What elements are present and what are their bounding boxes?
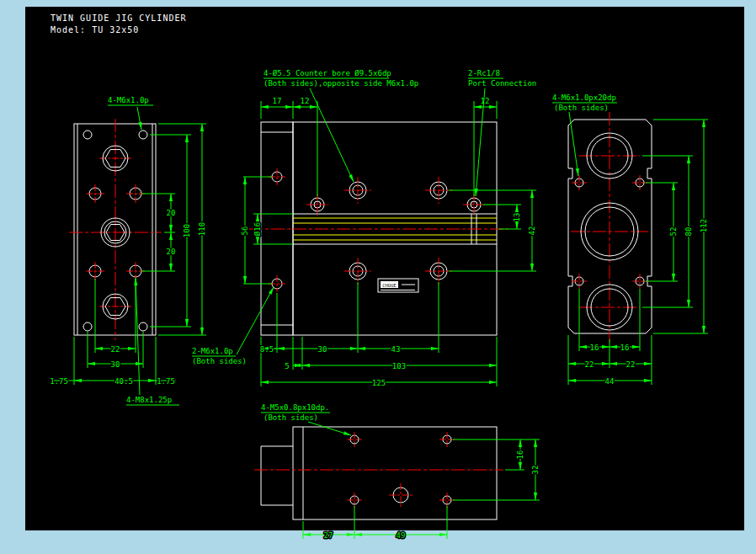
dim-13: 13 xyxy=(513,213,521,222)
label-cbore-1: 4-Ø5.5 Counter bore Ø9.5x6dp xyxy=(264,69,391,77)
dim-27: 27 xyxy=(324,531,333,540)
dim-30: 30 xyxy=(111,360,120,369)
dim-12a: 12 xyxy=(301,97,310,105)
label-m6x20-1: 4-M6x1.0px20dp xyxy=(552,93,616,102)
label-m5-1: 4-M5x0.8px10dp. xyxy=(261,403,329,412)
dim-42: 42 xyxy=(528,226,536,236)
cad-drawing: TWIN GUIDE JIG CYLINDER Model: TU 32x50 xyxy=(0,0,756,554)
dim-5: 5 xyxy=(285,362,289,370)
label-m6x20-2: (Both sides) xyxy=(554,104,609,112)
dim-12b: 12 xyxy=(481,97,490,105)
dim-22: 22 xyxy=(111,345,120,354)
dim-112: 112 xyxy=(700,219,708,232)
label-m5-2: (Both sides) xyxy=(264,413,318,422)
dim-16b: 16 xyxy=(620,344,630,352)
dim-80: 80 xyxy=(684,227,693,237)
dim-44: 44 xyxy=(605,377,615,386)
dim-175-right: 1.75 xyxy=(157,377,175,386)
dim-o16: Ø16 xyxy=(253,222,262,236)
dim-103: 103 xyxy=(392,362,406,370)
label-m6-strip-1: 2-M6x1.0p xyxy=(192,347,233,355)
dim-56: 56 xyxy=(241,226,249,236)
dim-22b: 22 xyxy=(626,360,636,369)
label-port-2: Port Connection xyxy=(468,79,536,88)
dim-17: 17 xyxy=(273,97,282,105)
dim-20a: 20 xyxy=(167,209,176,217)
dim-110: 110 xyxy=(198,222,206,236)
cad-window: TWIN GUIDE JIG CYLINDER Model: TU 32x50 xyxy=(0,0,756,554)
dim-175-left: 1.75 xyxy=(50,377,68,386)
dim-30b: 30 xyxy=(318,345,327,354)
dim-43: 43 xyxy=(391,345,401,354)
drawing-model: Model: TU 32x50 xyxy=(51,25,139,35)
dim-32: 32 xyxy=(531,466,540,475)
dim-49: 49 xyxy=(397,531,406,540)
dim-16a: 16 xyxy=(590,344,599,352)
dim-52: 52 xyxy=(669,227,678,237)
label-m6: 4-M6x1.0p xyxy=(108,96,149,104)
label-m8: 4-M8x1.25p xyxy=(126,396,172,404)
dim-16v: 16 xyxy=(516,450,524,460)
nameplate-text: CHOUE xyxy=(382,283,397,288)
label-cbore-2: (Both sides),opposite side M6x1.0p xyxy=(264,79,418,88)
label-m6-strip-2: (Both sides) xyxy=(192,357,247,365)
dim-20b: 20 xyxy=(167,248,176,256)
dim-405: 40.5 xyxy=(114,377,133,386)
dim-85: 8.5 xyxy=(260,345,274,354)
dim-100: 100 xyxy=(183,224,191,237)
label-port-1: 2-Rc1/8 xyxy=(468,69,500,77)
dim-22a: 22 xyxy=(585,360,594,369)
drawing-title: TWIN GUIDE JIG CYLINDER xyxy=(51,13,186,23)
dim-125: 125 xyxy=(372,379,386,387)
